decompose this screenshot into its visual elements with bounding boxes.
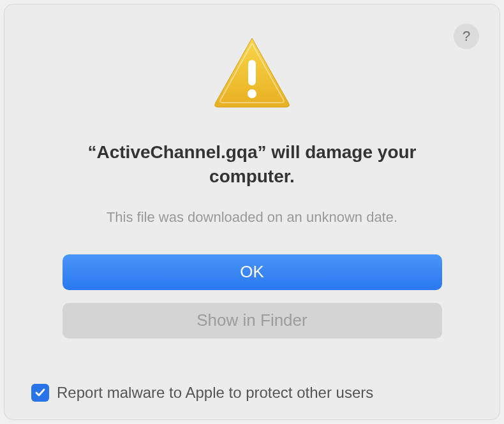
buttons-container: OK Show in Finder <box>63 254 442 339</box>
help-icon: ? <box>463 28 470 45</box>
warning-icon <box>211 34 293 113</box>
report-malware-checkbox[interactable] <box>31 384 49 402</box>
show-in-finder-button[interactable]: Show in Finder <box>63 303 442 339</box>
title-filename: ActiveChannel.gqa <box>96 142 257 162</box>
title-quote-open: “ <box>87 142 96 162</box>
svg-point-1 <box>248 89 256 98</box>
svg-rect-0 <box>248 60 256 85</box>
ok-button[interactable]: OK <box>63 254 442 290</box>
alert-dialog: ? “ActiveChannel.gqa” will damage your c… <box>4 4 500 420</box>
report-malware-label: Report malware to Apple to protect other… <box>57 384 373 402</box>
report-malware-row: Report malware to Apple to protect other… <box>31 384 373 402</box>
dialog-title: “ActiveChannel.gqa” will damage your com… <box>61 140 443 189</box>
dialog-subtitle: This file was downloaded on an unknown d… <box>107 209 397 226</box>
checkmark-icon <box>34 386 47 399</box>
help-button[interactable]: ? <box>454 24 479 49</box>
